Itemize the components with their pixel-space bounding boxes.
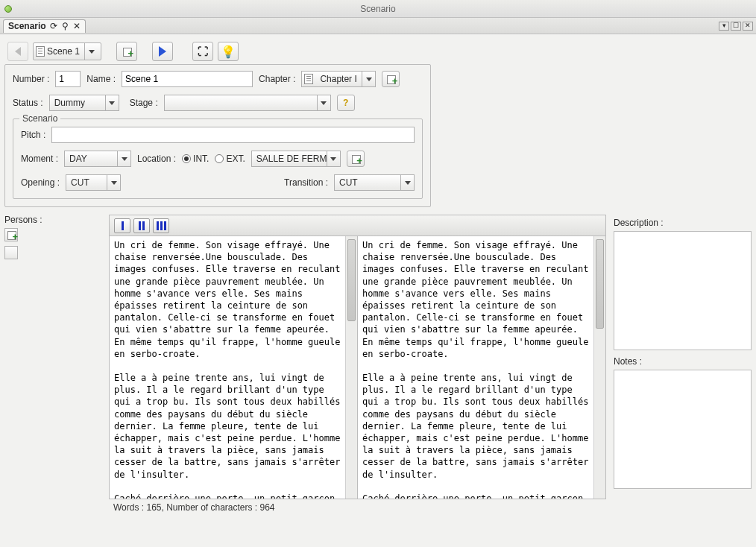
opening-value: CUT xyxy=(66,177,107,188)
columns-2-button[interactable] xyxy=(133,218,150,233)
chapter-add-button[interactable] xyxy=(382,71,400,87)
persons-button[interactable] xyxy=(4,246,18,259)
fullscreen-button[interactable]: ⛶ xyxy=(192,42,213,61)
columns-1-button[interactable] xyxy=(114,218,130,233)
chevron-down-icon[interactable] xyxy=(84,43,98,60)
editor-panes xyxy=(109,235,606,499)
editor-toolbar xyxy=(109,215,606,235)
editor-area: Words : 165, Number of characters : 964 xyxy=(109,215,606,543)
editor-textarea-right[interactable] xyxy=(358,236,593,499)
page-icon xyxy=(302,74,315,84)
location-value: SALLE DE FERME xyxy=(252,154,327,164)
fullscreen-icon: ⛶ xyxy=(198,45,208,57)
scene-selector-value: Scene 1 xyxy=(47,46,84,57)
plus-icon xyxy=(350,154,361,164)
transition-label: Transition : xyxy=(284,177,328,188)
description-box[interactable] xyxy=(614,231,752,350)
location-ext-label: EXT. xyxy=(226,154,245,164)
scrollbar-right[interactable] xyxy=(593,236,605,499)
chapter-value: Chapter I xyxy=(315,74,362,84)
chevron-down-icon[interactable] xyxy=(105,95,119,110)
location-int-radio[interactable]: INT. xyxy=(182,154,209,164)
persons-label: Persons : xyxy=(4,215,101,225)
location-combo[interactable]: SALLE DE FERME xyxy=(251,151,341,167)
transition-combo[interactable]: CUT xyxy=(334,174,415,191)
chevron-down-icon[interactable] xyxy=(317,95,330,110)
stage-combo[interactable] xyxy=(164,95,331,111)
status-value: Dummy xyxy=(50,98,105,108)
document-tab-scenario[interactable]: Scenario ⟳ ⚲ ✕ xyxy=(3,19,86,33)
location-ext-radio[interactable]: EXT. xyxy=(215,154,245,164)
pin-icon[interactable]: ⚲ xyxy=(61,21,70,31)
help-icon: ? xyxy=(343,98,348,108)
window-title: Scenario xyxy=(0,4,756,14)
chapter-label: Chapter : xyxy=(259,74,295,84)
moment-combo[interactable]: DAY xyxy=(64,151,131,167)
titlebar: Scenario xyxy=(0,0,756,18)
moment-value: DAY xyxy=(65,154,117,164)
name-field[interactable] xyxy=(122,71,253,87)
document-tabstrip: Scenario ⟳ ⚲ ✕ ▾ ☐ ✕ xyxy=(0,18,756,34)
number-label: Number : xyxy=(13,74,49,84)
plus-icon xyxy=(6,230,16,240)
pitch-field[interactable] xyxy=(51,127,415,143)
back-button[interactable] xyxy=(7,42,28,61)
notes-box[interactable] xyxy=(614,370,752,489)
iconify-button[interactable]: ▾ xyxy=(719,22,729,31)
scrollbar-left[interactable] xyxy=(345,236,357,499)
close-tab-icon[interactable]: ✕ xyxy=(73,22,81,30)
chevron-down-icon[interactable] xyxy=(117,151,130,166)
number-field[interactable] xyxy=(55,71,81,87)
pitch-label: Pitch : xyxy=(21,130,45,140)
main-toolbar: Scene 1 ⛶ 💡 xyxy=(4,39,752,64)
play-button[interactable] xyxy=(152,42,173,61)
editor-pane-left xyxy=(110,236,357,499)
scenario-fieldset: Scenario Pitch : Moment : DAY Location :… xyxy=(13,118,423,199)
location-add-button[interactable] xyxy=(347,151,365,167)
refresh-icon[interactable]: ⟳ xyxy=(49,21,58,31)
location-label: Location : xyxy=(137,154,176,164)
editor-textarea-left[interactable] xyxy=(110,236,345,499)
chapter-combo[interactable]: Chapter I xyxy=(301,71,376,87)
scene-selector[interactable]: Scene 1 xyxy=(33,42,101,60)
editor-status-line: Words : 165, Number of characters : 964 xyxy=(109,499,606,516)
play-icon xyxy=(159,46,166,57)
chevron-down-icon[interactable] xyxy=(327,151,340,166)
chevron-down-icon[interactable] xyxy=(107,175,120,190)
plus-icon xyxy=(385,74,396,84)
moment-label: Moment : xyxy=(21,154,58,164)
opening-combo[interactable]: CUT xyxy=(66,174,121,191)
stage-help-button[interactable]: ? xyxy=(337,95,355,111)
add-button[interactable] xyxy=(116,42,137,61)
scene-form: Number : Name : Chapter : Chapter I Stat… xyxy=(4,64,431,207)
status-label: Status : xyxy=(13,98,43,108)
document-tab-label: Scenario xyxy=(8,21,46,31)
columns-3-button[interactable] xyxy=(153,218,169,233)
lightbulb-icon: 💡 xyxy=(221,45,236,59)
transition-value: CUT xyxy=(335,177,400,188)
maximize-button[interactable]: ☐ xyxy=(731,22,741,31)
stage-label: Stage : xyxy=(130,98,158,108)
scenario-legend: Scenario xyxy=(19,113,60,124)
persons-add-button[interactable] xyxy=(4,228,18,241)
opening-label: Opening : xyxy=(21,177,60,188)
right-column: Description : Notes : xyxy=(614,215,752,543)
description-label: Description : xyxy=(614,218,752,228)
chevron-down-icon[interactable] xyxy=(362,72,375,86)
status-combo[interactable]: Dummy xyxy=(49,95,119,111)
editor-pane-right xyxy=(357,236,605,499)
page-icon xyxy=(34,46,47,57)
close-pane-button[interactable]: ✕ xyxy=(743,22,753,31)
chevron-down-icon[interactable] xyxy=(400,175,414,190)
name-label: Name : xyxy=(86,74,116,84)
location-int-label: INT. xyxy=(193,154,209,164)
plus-icon xyxy=(122,46,132,57)
persons-panel: Persons : xyxy=(4,215,101,543)
chevron-left-icon xyxy=(15,47,21,56)
notes-label: Notes : xyxy=(614,356,752,367)
idea-button[interactable]: 💡 xyxy=(218,42,239,61)
